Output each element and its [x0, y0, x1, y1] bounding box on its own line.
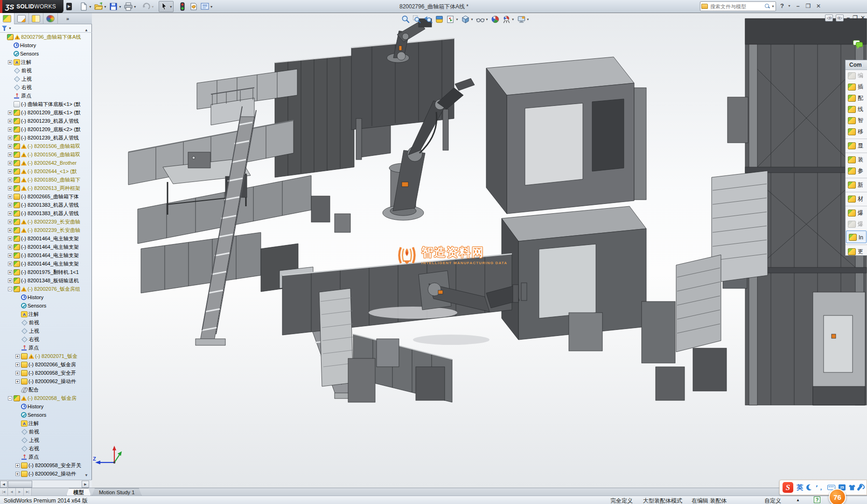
search-caret[interactable]: ▼ [771, 5, 775, 8]
restore-button[interactable]: ❐ [804, 2, 813, 10]
tree-item[interactable]: (-) 82002613_两种框架 [0, 184, 92, 192]
dropdown-caret[interactable]: ▼ [470, 18, 474, 21]
minimize-button[interactable]: – [793, 2, 803, 10]
tree-scroll-up-arrow[interactable]: ▲ [84, 28, 88, 32]
tree-item[interactable]: 上视 [0, 75, 92, 83]
hide-show-items-button[interactable]: ▼ [475, 14, 489, 24]
tree-expander[interactable] [8, 60, 12, 64]
doc-close-button[interactable]: ✕ [860, 14, 865, 21]
tree-expander[interactable] [15, 472, 20, 476]
tab-nav-last-button[interactable]: ▶| [24, 488, 32, 496]
select-button[interactable]: ▼ [159, 1, 174, 12]
tree-item[interactable]: 注解 [0, 58, 92, 66]
tree-expander[interactable] [15, 463, 20, 468]
tree-item[interactable]: (-) 82001348_板链输送机 [0, 276, 92, 285]
section-view-button[interactable] [434, 14, 444, 24]
tree-expander[interactable] [8, 178, 12, 182]
scroll-right-arrow[interactable]: ▶ [82, 481, 89, 488]
tree-item[interactable]: 原点 [0, 453, 92, 461]
command-item[interactable]: 智 [846, 115, 867, 126]
tree-item[interactable]: 注解 [0, 310, 92, 318]
apply-scene-button[interactable]: ▼ [502, 14, 515, 24]
tree-expander[interactable] [8, 169, 12, 174]
tree-item[interactable]: (-) 82002239_长安曲轴 [0, 217, 92, 226]
dropdown-caret[interactable]: ▼ [511, 18, 515, 21]
security-score-bubble[interactable]: 76 [829, 489, 846, 504]
tree-item[interactable]: (-) 82001239_机器人管线 [0, 117, 92, 125]
tree-item[interactable]: 上视 [0, 327, 92, 335]
search-magnifier-icon[interactable] [764, 3, 770, 9]
ime-fullhalf-moon-icon[interactable] [806, 484, 812, 490]
tree-item[interactable]: 原点 [0, 91, 92, 100]
scroll-left-arrow[interactable]: ◀ [0, 481, 7, 488]
tree-item[interactable]: 原点 [0, 343, 92, 352]
tree-item[interactable]: (-) 82001464_电主轴支架 [0, 234, 92, 243]
tree-item[interactable]: (-) 82001464_电主轴支架 [0, 243, 92, 251]
tab-motion-study[interactable]: Motion Study 1 [92, 488, 142, 496]
command-item[interactable]: 线 [846, 104, 867, 115]
tree-item[interactable]: (-) 82001239_机器人管线 [0, 133, 92, 142]
ime-settings-wrench-icon[interactable] [857, 484, 863, 491]
tree-expander[interactable] [8, 127, 12, 132]
tree-item[interactable]: 右视 [0, 444, 92, 453]
search-input[interactable] [709, 3, 764, 10]
command-item[interactable]: In [846, 231, 867, 243]
dropdown-caret[interactable]: ▼ [485, 18, 489, 21]
tab-model[interactable]: 模型 [66, 488, 91, 496]
tree-item[interactable]: (-) 82001464_电主轴支架 [0, 259, 92, 268]
tree-item[interactable]: (-) 82002071_钣金 [0, 352, 92, 360]
tree-item[interactable]: Sensors [0, 411, 92, 419]
zoom-to-fit-button[interactable] [401, 14, 411, 24]
tree-expander[interactable] [8, 203, 12, 207]
open-file-button[interactable]: ▼ [93, 1, 107, 12]
graphics-area[interactable]: ▼ ▼ ▼ ▼ ▼ ◁0 0▷ [92, 13, 867, 488]
command-item[interactable]: 移 [846, 126, 867, 137]
tab-displaymanager[interactable] [43, 13, 58, 24]
tree-item[interactable]: (-) 82002066_钣金房 [0, 360, 92, 369]
tree-item[interactable]: (-) 82002642_Brother [0, 159, 92, 167]
tree-item[interactable]: 前视 [0, 318, 92, 327]
command-item[interactable]: 爆 [846, 206, 867, 218]
filter-funnel-icon[interactable] [2, 26, 7, 31]
tab-configurationmanager[interactable] [29, 13, 43, 24]
view-orientation-button[interactable]: ▼ [446, 14, 459, 24]
tree-expander[interactable] [8, 279, 12, 283]
tree-expander[interactable] [8, 262, 12, 266]
ime-skin-icon[interactable] [849, 485, 855, 490]
command-item[interactable]: 显 [846, 139, 867, 151]
dropdown-caret[interactable]: ▼ [455, 18, 459, 21]
dropdown-caret[interactable]: ▼ [104, 5, 107, 8]
tree-expander[interactable] [15, 354, 20, 358]
tree-item[interactable]: (-) 82001506_曲轴箱双 [0, 150, 92, 159]
scroll-thumb[interactable] [8, 481, 32, 488]
filter-caret[interactable]: ▼ [8, 27, 12, 30]
menu-flyout-arrow[interactable]: ▶ [66, 3, 72, 10]
tree-item[interactable]: History [0, 293, 92, 301]
tree-item[interactable]: (-) 82002239_长安曲轴 [0, 226, 92, 234]
tree-item[interactable]: (-) 82000962_操动件 [0, 377, 92, 385]
tree-item[interactable]: (-) 82001383_机器人管线 [0, 201, 92, 209]
command-item[interactable]: 更 [846, 245, 867, 256]
sogou-logo-icon[interactable]: S [783, 482, 793, 493]
tree-item[interactable]: 右视 [0, 83, 92, 91]
tree-item[interactable]: 注解 [0, 419, 92, 427]
customize-caret[interactable]: ▲ [796, 498, 800, 502]
previous-view-button[interactable] [423, 14, 433, 24]
tree-item[interactable]: (-) 曲轴箱下体底板<1> (默 [0, 100, 92, 108]
command-item[interactable]: 参 [846, 165, 867, 176]
tree-scroll-down-arrow[interactable]: ▼ [84, 473, 88, 477]
dropdown-caret[interactable]: ▼ [526, 18, 530, 21]
tree-item[interactable]: (-) 82002665_曲轴箱下体 [0, 192, 92, 201]
tree-item[interactable]: (-) 82000962_操动件 [0, 469, 92, 478]
help-caret[interactable]: ▼ [788, 4, 791, 7]
tree-expander[interactable] [8, 253, 12, 258]
tree-item[interactable]: (-) 82001850_曲轴箱下 [0, 175, 92, 184]
tree-item[interactable]: (-) 82000958_安全开 [0, 369, 92, 377]
tree-item[interactable]: 配合 [0, 385, 92, 394]
comments-bubble-icon[interactable] [853, 40, 863, 49]
tree-expander[interactable] [15, 379, 20, 384]
tree-item[interactable]: (-) 82002076_钣金房组 [0, 285, 92, 293]
save-button[interactable]: ▼ [108, 1, 122, 12]
tree-item[interactable]: (-) 82000958_安全开关 [0, 461, 92, 469]
tree-item[interactable]: 82002796_曲轴箱下体A线 [0, 33, 92, 41]
